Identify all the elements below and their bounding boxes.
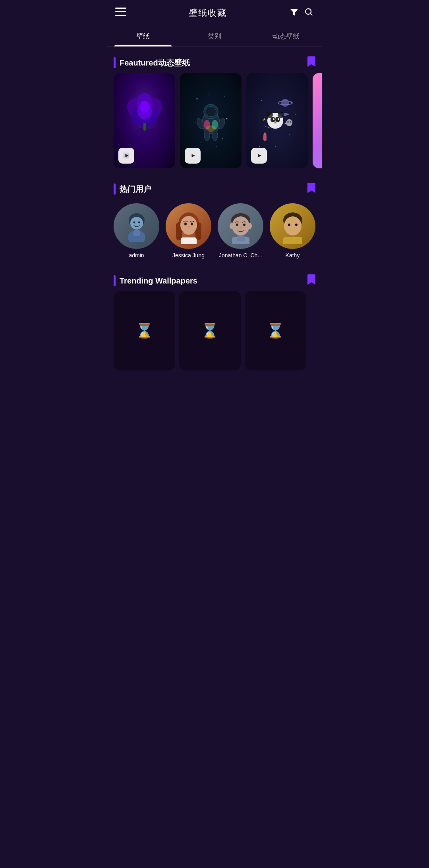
trending-card-1[interactable]: ⌛ [114, 291, 175, 370]
user-item-admin[interactable]: admin [114, 203, 159, 258]
svg-point-89 [230, 223, 234, 229]
hot-users-section: 热门用户 [107, 179, 322, 265]
bookmark-icon[interactable] [307, 56, 315, 69]
loading-hourglass-1: ⌛ [135, 322, 153, 339]
svg-point-36 [204, 130, 210, 141]
svg-point-46 [281, 99, 289, 107]
svg-point-90 [247, 223, 252, 229]
svg-point-30 [206, 106, 216, 117]
play-badge-astronaut [185, 148, 201, 164]
svg-point-64 [290, 121, 291, 123]
svg-rect-12 [135, 131, 155, 131]
svg-point-25 [222, 138, 223, 139]
svg-point-37 [212, 130, 218, 141]
svg-point-96 [295, 224, 298, 226]
svg-marker-67 [258, 154, 261, 157]
svg-rect-13 [134, 133, 155, 133]
svg-point-80 [191, 222, 193, 225]
svg-point-55 [273, 118, 274, 120]
search-icon[interactable] [304, 8, 314, 19]
avatar-jessica [166, 203, 211, 249]
tab-wallpaper[interactable]: 壁纸 [107, 26, 179, 46]
svg-point-94 [284, 216, 301, 235]
bookmark-icon-users[interactable] [307, 183, 315, 195]
user-item-jessica[interactable]: Jessica Jung [166, 203, 211, 258]
featured-wallpapers-scroll: ★ ★ ✦ [107, 73, 322, 173]
featured-section: Feautured动态壁纸 [107, 52, 322, 173]
svg-point-56 [278, 118, 279, 120]
svg-point-20 [196, 98, 197, 100]
menu-icon[interactable] [115, 8, 126, 19]
hot-users-section-header: 热门用户 [107, 179, 322, 199]
app-header: 壁纸收藏 [107, 0, 322, 26]
svg-marker-66 [263, 132, 267, 135]
section-bar-accent [114, 57, 116, 68]
wallpaper-card-rose[interactable] [114, 73, 175, 168]
featured-section-header: Feautured动态壁纸 [107, 52, 322, 73]
svg-point-43 [275, 146, 276, 147]
svg-point-53 [271, 117, 275, 122]
svg-text:✦: ✦ [267, 126, 270, 129]
svg-rect-1 [115, 11, 126, 12]
trending-card-2[interactable]: ⌛ [179, 291, 241, 370]
user-name-jessica: Jessica Jung [172, 252, 205, 258]
trending-card-3[interactable]: ⌛ [245, 291, 306, 370]
loading-hourglass-3: ⌛ [267, 322, 284, 339]
tab-live[interactable]: 动态壁纸 [250, 26, 322, 46]
play-badge-rose [118, 148, 134, 164]
svg-rect-65 [263, 135, 267, 141]
section-bar-accent-users [114, 183, 116, 195]
avatar-kathy [270, 203, 315, 249]
featured-title: Feautured动态壁纸 [120, 58, 190, 68]
avatar-admin [114, 203, 159, 249]
svg-marker-49 [286, 113, 289, 116]
svg-point-45 [259, 146, 260, 147]
wallpaper-card-pink[interactable] [313, 73, 322, 168]
trending-title: Trending Wallpapers [120, 276, 197, 285]
svg-rect-0 [115, 8, 126, 9]
svg-point-41 [265, 126, 266, 127]
user-name-admin: admin [129, 252, 144, 258]
svg-point-88 [240, 226, 242, 228]
tab-bar: 壁纸 类别 动态壁纸 [107, 26, 322, 47]
tab-category[interactable]: 类别 [179, 26, 250, 46]
svg-point-79 [184, 222, 187, 225]
svg-point-27 [216, 146, 217, 147]
trending-wallpapers-grid: ⌛ ⌛ ⌛ [107, 291, 322, 377]
svg-point-54 [275, 117, 280, 122]
trending-section-header: Trending Wallpapers [107, 270, 322, 291]
svg-point-87 [243, 224, 245, 226]
trending-section: Trending Wallpapers ⌛ ⌛ ⌛ [107, 270, 322, 377]
svg-point-72 [138, 221, 140, 223]
svg-point-21 [224, 96, 225, 97]
svg-point-26 [209, 95, 209, 95]
svg-point-63 [287, 121, 289, 123]
svg-rect-14 [135, 135, 154, 135]
header-actions [289, 8, 314, 19]
svg-text:★: ★ [263, 117, 266, 122]
svg-point-81 [187, 226, 190, 228]
svg-rect-97 [283, 237, 302, 244]
svg-point-71 [133, 221, 135, 223]
svg-rect-16 [143, 123, 146, 131]
user-item-jonathan[interactable]: Jonathan C. Ch... [218, 203, 263, 258]
svg-point-95 [288, 224, 290, 226]
wallpaper-card-astronaut[interactable] [180, 73, 242, 168]
svg-point-40 [290, 102, 292, 104]
filter-icon[interactable] [289, 8, 299, 19]
user-item-kathy[interactable]: Kathy [270, 203, 315, 258]
play-badge-panda [251, 148, 267, 164]
app-title: 壁纸收藏 [189, 7, 227, 19]
svg-point-70 [130, 217, 143, 230]
bookmark-icon-trending[interactable] [307, 274, 315, 287]
wallpaper-card-panda[interactable]: ★ ★ ✦ [246, 73, 308, 168]
svg-point-62 [286, 119, 292, 126]
svg-rect-74 [133, 230, 140, 236]
svg-point-86 [236, 224, 238, 226]
svg-point-82 [183, 228, 194, 235]
svg-point-44 [295, 114, 296, 115]
svg-point-10 [140, 101, 149, 113]
svg-rect-92 [237, 235, 245, 241]
loading-hourglass-2: ⌛ [201, 322, 219, 339]
svg-point-58 [274, 122, 276, 123]
